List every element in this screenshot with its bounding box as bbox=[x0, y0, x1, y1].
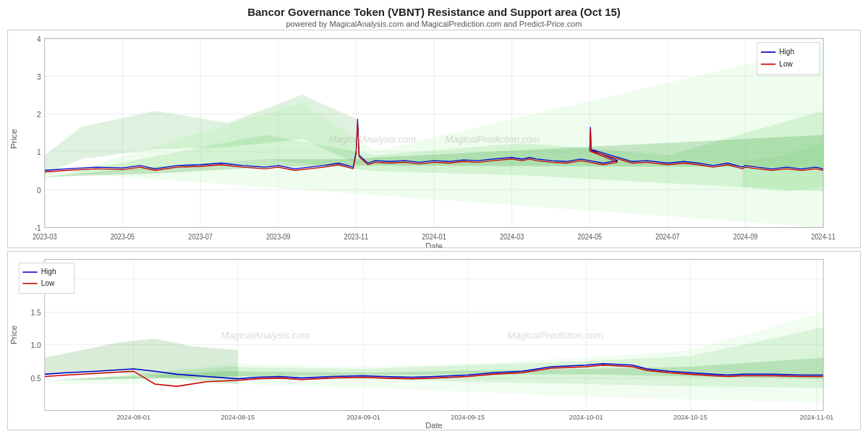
svg-text:Price: Price bbox=[9, 326, 18, 344]
svg-text:2024-11-01: 2024-11-01 bbox=[800, 414, 834, 421]
svg-text:2024-07: 2024-07 bbox=[655, 233, 680, 241]
svg-text:3: 3 bbox=[37, 72, 41, 81]
page-container: Bancor Governance Token (VBNT) Resistanc… bbox=[0, 0, 868, 434]
svg-text:1.0: 1.0 bbox=[31, 341, 41, 349]
svg-text:Date: Date bbox=[425, 421, 443, 430]
bottom-chart: MagicalAnalysis.com MagicalPrediction.co… bbox=[7, 251, 861, 430]
svg-text:4: 4 bbox=[37, 34, 41, 43]
svg-text:2024-10-01: 2024-10-01 bbox=[569, 414, 603, 421]
svg-text:1.5: 1.5 bbox=[31, 309, 41, 317]
svg-text:High: High bbox=[41, 268, 56, 276]
page-title: Bancor Governance Token (VBNT) Resistanc… bbox=[0, 6, 868, 18]
svg-text:2024-03: 2024-03 bbox=[500, 233, 524, 241]
svg-text:2023-03: 2023-03 bbox=[33, 233, 57, 241]
svg-text:MagicalPrediction.com: MagicalPrediction.com bbox=[508, 330, 604, 341]
svg-text:2024-08-01: 2024-08-01 bbox=[116, 414, 150, 421]
svg-text:Low: Low bbox=[779, 59, 793, 69]
svg-text:2024-09-01: 2024-09-01 bbox=[346, 414, 380, 421]
svg-text:High: High bbox=[779, 47, 794, 56]
svg-text:2024-01: 2024-01 bbox=[422, 233, 446, 241]
svg-text:2023-07: 2023-07 bbox=[188, 233, 213, 241]
svg-text:2023-05: 2023-05 bbox=[111, 233, 135, 241]
svg-text:MagicalAnalysis.com: MagicalAnalysis.com bbox=[221, 330, 310, 341]
header: Bancor Governance Token (VBNT) Resistanc… bbox=[0, 0, 868, 30]
svg-text:0.5: 0.5 bbox=[31, 375, 41, 383]
svg-text:2023-09: 2023-09 bbox=[266, 233, 291, 241]
svg-text:Price: Price bbox=[9, 129, 18, 149]
svg-text:2024-10-15: 2024-10-15 bbox=[673, 414, 707, 421]
svg-text:1: 1 bbox=[37, 148, 41, 157]
top-chart: MagicalAnalysis.com MagicalPrediction.co… bbox=[7, 30, 861, 248]
svg-text:Date: Date bbox=[425, 241, 443, 247]
charts-area: MagicalAnalysis.com MagicalPrediction.co… bbox=[0, 30, 868, 434]
svg-text:2024-11: 2024-11 bbox=[811, 233, 835, 241]
svg-text:2024-09: 2024-09 bbox=[733, 233, 758, 241]
svg-text:2024-08-15: 2024-08-15 bbox=[221, 414, 255, 421]
page-subtitle: powered by MagicalAnalysis.com and Magic… bbox=[0, 20, 868, 28]
top-chart-svg: Price 4 3 bbox=[8, 30, 860, 247]
svg-text:2023-11: 2023-11 bbox=[344, 233, 369, 241]
svg-text:0: 0 bbox=[37, 185, 41, 195]
svg-text:-1: -1 bbox=[35, 223, 41, 232]
svg-text:Low: Low bbox=[41, 279, 55, 287]
svg-text:2024-05: 2024-05 bbox=[578, 233, 603, 241]
bottom-chart-svg: MagicalAnalysis.com MagicalPrediction.co… bbox=[8, 252, 860, 430]
svg-text:2024-09-15: 2024-09-15 bbox=[451, 414, 485, 421]
svg-text:2: 2 bbox=[37, 110, 41, 119]
